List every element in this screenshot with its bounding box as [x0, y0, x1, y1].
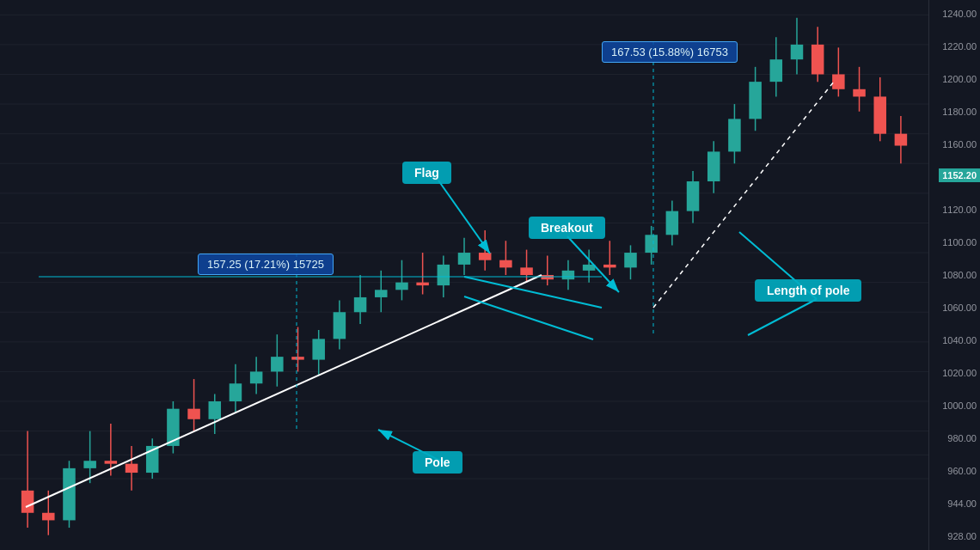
current-price: 1152.20	[939, 168, 980, 182]
measurement-box-2: 167.53 (15.88%) 16753	[602, 41, 738, 63]
measurement-box-1: 157.25 (17.21%) 15725	[198, 254, 334, 275]
breakout-label: Breakout	[529, 217, 605, 239]
flag-label: Flag	[402, 162, 451, 184]
pole-label: Pole	[413, 451, 462, 474]
length-of-pole-label: Length of pole	[755, 279, 861, 302]
